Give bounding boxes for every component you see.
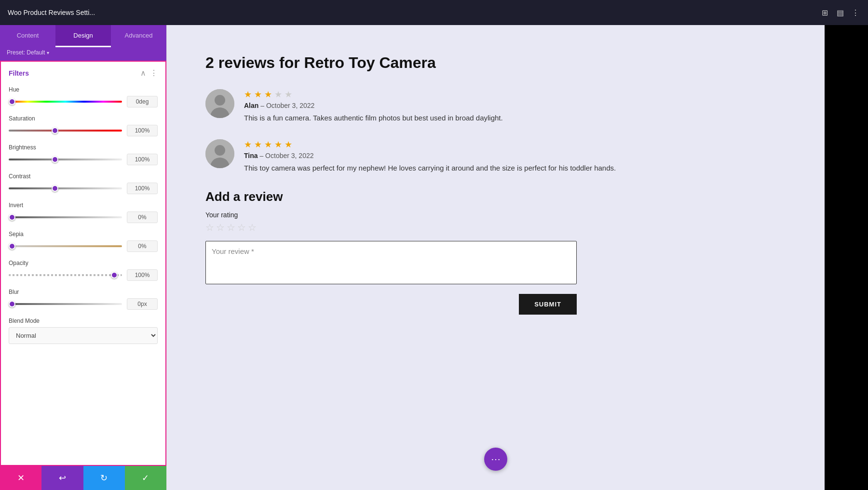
review-stars: ★ ★ ★ ★ ★: [244, 89, 503, 100]
contrast-control: 100%: [9, 183, 158, 194]
invert-slider-track[interactable]: [9, 216, 122, 218]
saturation-control: 100%: [9, 125, 158, 136]
review-body: ★ ★ ★ ★ ★ Alan – October 3, 2022 This is…: [244, 89, 503, 124]
brightness-label: Brightness: [9, 144, 158, 151]
tab-content[interactable]: Content: [0, 25, 55, 47]
review-textarea[interactable]: [205, 241, 577, 284]
fab-icon: ⋯: [491, 453, 501, 465]
star-4: ★: [274, 140, 282, 149]
avatar-silhouette: [205, 139, 234, 168]
right-content: 2 reviews for Retro Toy Camera ★ ★ ★ ★ ★…: [167, 25, 825, 490]
reviewer-name: Tina: [244, 152, 258, 159]
contrast-value[interactable]: 100%: [127, 183, 158, 194]
brightness-slider-track[interactable]: [9, 159, 122, 160]
cancel-button[interactable]: ✕: [0, 466, 41, 490]
blur-slider-thumb[interactable]: [9, 301, 15, 307]
reviewer-name: Alan: [244, 102, 258, 109]
star-3: ★: [264, 140, 272, 149]
filter-contrast: Contrast 100%: [1, 169, 165, 198]
preset-bar[interactable]: Preset: Default ▾: [0, 47, 166, 61]
saturation-slider-thumb[interactable]: [52, 127, 58, 134]
star-1: ★: [244, 140, 252, 149]
main-layout: Content Design Advanced Preset: Default …: [0, 25, 868, 490]
review-text: This toy camera was perfect for my nephe…: [244, 162, 616, 174]
star-2: ★: [254, 140, 262, 149]
add-review-title: Add a review: [205, 189, 786, 204]
top-bar: Woo Product Reviews Setti... ⊞ ▤ ⋮: [0, 0, 868, 25]
opacity-value[interactable]: 100%: [127, 269, 158, 281]
add-review-section: Add a review Your rating ☆ ☆ ☆ ☆ ☆ SUBMI…: [205, 189, 786, 315]
brightness-control: 100%: [9, 154, 158, 165]
hue-slider-track[interactable]: [9, 101, 122, 103]
filter-sepia: Sepia 0%: [1, 227, 165, 256]
invert-control: 0%: [9, 212, 158, 223]
blur-value[interactable]: 0px: [127, 298, 158, 310]
submit-button[interactable]: SUBMIT: [519, 294, 577, 315]
opacity-slider-thumb[interactable]: [111, 272, 118, 278]
saturation-value[interactable]: 100%: [127, 125, 158, 136]
brightness-slider-thumb[interactable]: [52, 156, 58, 163]
hue-slider-thumb[interactable]: [9, 98, 15, 105]
columns-icon[interactable]: ▤: [835, 8, 845, 17]
rating-label: Your rating: [205, 211, 786, 219]
invert-value[interactable]: 0%: [127, 212, 158, 223]
reviewer-date: October 3, 2022: [265, 152, 313, 159]
tab-advanced[interactable]: Advanced: [111, 25, 166, 47]
collapse-icon[interactable]: ∧: [140, 68, 146, 78]
more-icon[interactable]: ⋮: [851, 8, 860, 17]
confirm-button[interactable]: ✓: [125, 466, 166, 490]
review-item: ★ ★ ★ ★ ★ Tina – October 3, 2022 This to…: [205, 139, 786, 174]
filter-brightness: Brightness 100%: [1, 140, 165, 169]
fab-button[interactable]: ⋯: [484, 448, 507, 471]
review-stars: ★ ★ ★ ★ ★: [244, 139, 616, 150]
filter-invert: Invert 0%: [1, 198, 165, 227]
rating-star-5[interactable]: ☆: [248, 222, 257, 233]
left-panel: Content Design Advanced Preset: Default …: [0, 25, 167, 490]
star-4: ★: [274, 90, 282, 99]
invert-slider-thumb[interactable]: [9, 214, 15, 221]
sepia-label: Sepia: [9, 231, 158, 238]
contrast-slider-track[interactable]: [9, 187, 122, 189]
sepia-slider-thumb[interactable]: [9, 243, 15, 250]
blur-slider-track[interactable]: [9, 303, 122, 305]
app-title: Woo Product Reviews Setti...: [8, 9, 820, 16]
reviewer-separator: –: [259, 152, 265, 159]
invert-label: Invert: [9, 202, 158, 209]
sepia-slider-track[interactable]: [9, 245, 122, 247]
blend-mode-label: Blend Mode: [9, 318, 158, 324]
review-text: This is a fun camera. Takes authentic fi…: [244, 112, 503, 124]
star-1: ★: [244, 90, 252, 99]
options-icon[interactable]: ⋮: [150, 68, 158, 78]
saturation-label: Saturation: [9, 115, 158, 122]
review-item: ★ ★ ★ ★ ★ Alan – October 3, 2022 This is…: [205, 89, 786, 124]
star-2: ★: [254, 90, 262, 99]
undo-button[interactable]: ↩: [41, 466, 83, 490]
contrast-slider-thumb[interactable]: [52, 185, 58, 192]
saturation-slider-track[interactable]: [9, 130, 122, 132]
rating-stars: ☆ ☆ ☆ ☆ ☆: [205, 222, 786, 233]
star-3: ★: [264, 90, 272, 99]
rating-star-1[interactable]: ☆: [205, 222, 214, 233]
avatar: [205, 89, 234, 118]
tab-design[interactable]: Design: [55, 25, 111, 47]
blend-mode-row: Blend Mode Normal Multiply Screen Overla…: [1, 314, 165, 352]
top-bar-actions: ⊞ ▤ ⋮: [820, 8, 860, 17]
sepia-value[interactable]: 0%: [127, 240, 158, 252]
redo-button[interactable]: ↻: [83, 466, 125, 490]
rating-star-3[interactable]: ☆: [227, 222, 235, 233]
blend-mode-select[interactable]: Normal Multiply Screen Overlay Darken Li…: [9, 327, 158, 344]
reviews-title: 2 reviews for Retro Toy Camera: [205, 54, 786, 72]
brightness-value[interactable]: 100%: [127, 154, 158, 165]
rating-star-4[interactable]: ☆: [237, 222, 246, 233]
sepia-control: 0%: [9, 240, 158, 252]
avatar-silhouette: [205, 89, 234, 118]
hue-control: 0deg: [9, 96, 158, 107]
opacity-label: Opacity: [9, 260, 158, 266]
opacity-slider-track[interactable]: [9, 274, 122, 276]
section-actions: ∧ ⋮: [140, 68, 158, 78]
hue-value[interactable]: 0deg: [127, 96, 158, 107]
submit-row: SUBMIT: [205, 294, 577, 315]
rating-star-2[interactable]: ☆: [216, 222, 225, 233]
grid-icon[interactable]: ⊞: [820, 8, 829, 17]
section-title: Filters: [9, 69, 29, 77]
